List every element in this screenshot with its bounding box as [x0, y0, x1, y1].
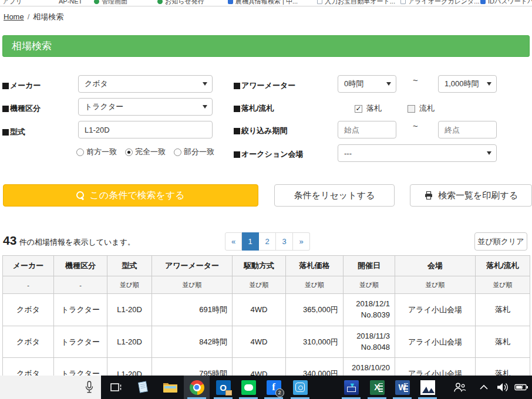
col-header-result: 落札/流札 — [476, 256, 530, 276]
results-count-suffix: 件の相場情報を表示しています。 — [19, 238, 135, 246]
col-header-maker: メーカー — [3, 256, 54, 276]
radio-partial-match[interactable]: 部分一致 — [174, 147, 214, 157]
photos-icon[interactable] — [415, 376, 440, 399]
chevron-down-icon — [487, 151, 491, 155]
radio-exact-match[interactable]: 完全一致 — [125, 147, 166, 157]
table-row: クボタ トラクター L1-20D 691時間 4WD 365,000円 2018… — [3, 294, 530, 326]
notepad-icon[interactable] — [130, 376, 156, 399]
bookmark-item[interactable]: 入力お宝自動車オート... — [317, 0, 395, 6]
square-bullet-icon — [234, 151, 240, 158]
breadcrumb-separator: / — [28, 12, 30, 21]
machine-type-label: 機種区分 — [2, 103, 41, 114]
pagination-page-1[interactable]: 1 — [242, 232, 259, 251]
results-summary: 43 件の相場情報を表示しています。 — [3, 234, 135, 248]
pagination-page-3[interactable]: 3 — [276, 232, 293, 251]
cell-hours: 691時間 — [152, 294, 233, 326]
line-icon[interactable] — [235, 376, 261, 399]
results-table: メーカー 機種区分 型式 アワーメーター 駆動方式 落札価格 開催日 会場 落札… — [2, 255, 530, 390]
file-explorer-icon[interactable] — [157, 376, 183, 399]
chrome-icon[interactable] — [184, 376, 210, 399]
word-icon[interactable]: W — [389, 376, 415, 399]
breadcrumb-home-link[interactable]: Home — [4, 12, 24, 21]
sort-link-hour-meter[interactable]: 並び順 — [182, 281, 201, 288]
period-end-input[interactable] — [438, 121, 497, 138]
radio-icon — [174, 148, 181, 156]
bookmark-item[interactable]: アプリ — [2, 0, 22, 6]
breadcrumb-current: 相場検索 — [33, 12, 63, 21]
bookmark-favicon — [400, 0, 406, 4]
cell-site: アライ小山会場 — [395, 294, 476, 326]
reset-button[interactable]: 条件をリセットする — [274, 184, 395, 207]
cell-result: 落札 — [476, 326, 530, 358]
sort-link-result[interactable]: 並び順 — [493, 281, 512, 288]
bookmark-item[interactable]: AP-NET — [59, 0, 82, 6]
match-type-radio-group: 前方一致 完全一致 部分一致 — [76, 147, 214, 157]
bid-result-checkbox-group: ✓落札 流札 — [355, 103, 435, 114]
document-lines-icon — [404, 383, 408, 392]
chevron-down-icon — [386, 82, 391, 86]
sort-clear-button[interactable]: 並び順クリア — [474, 232, 527, 251]
auction-site-select[interactable]: --- — [338, 144, 497, 162]
pagination: « 1 2 3 » — [225, 232, 310, 251]
bookmark-favicon — [480, 0, 486, 4]
search-button[interactable]: この条件で検索をする — [3, 184, 258, 207]
bookmark-item[interactable]: 農機具情報検索 | 中... — [228, 0, 298, 6]
square-bullet-icon — [234, 106, 240, 112]
battery-icon[interactable] — [509, 376, 532, 399]
pagination-next[interactable]: » — [293, 232, 310, 251]
hour-meter-to-select[interactable]: 1,000時間 — [438, 75, 497, 93]
bookmark-item[interactable]: 管理画面 — [94, 0, 127, 6]
print-button[interactable]: 検索一覧を印刷する — [410, 184, 532, 207]
download-app-icon[interactable]: ▼ — [338, 376, 364, 399]
col-header-price: 落札価格 — [286, 256, 344, 276]
col-header-hour-meter: アワーメーター — [152, 256, 233, 276]
sort-link-model[interactable]: 並び順 — [120, 281, 139, 288]
square-bullet-icon — [234, 83, 240, 89]
pagination-page-2[interactable]: 2 — [259, 232, 276, 251]
sort-cell-dash: - — [54, 276, 107, 294]
cell-drive: 4WD — [233, 294, 286, 326]
cell-model: L1-20D — [107, 294, 152, 326]
chevron-down-icon — [203, 105, 207, 109]
bookmark-item[interactable]: お知らせ発行 — [157, 0, 204, 6]
tilde-separator: ~ — [413, 75, 418, 85]
hour-meter-from-select[interactable]: 0時間 — [338, 75, 396, 93]
taskbar-search-box[interactable] — [0, 376, 101, 399]
period-start-input[interactable] — [338, 121, 396, 138]
task-view-icon[interactable] — [103, 376, 129, 399]
pagination-prev[interactable]: « — [225, 232, 242, 251]
people-icon[interactable] — [447, 376, 473, 399]
laptop-icon — [347, 387, 356, 392]
sort-link-date[interactable]: 並び順 — [359, 281, 379, 288]
table-header-row: メーカー 機種区分 型式 アワーメーター 駆動方式 落札価格 開催日 会場 落札… — [3, 256, 530, 276]
radio-checked-icon — [125, 148, 133, 156]
maker-select[interactable]: クボタ — [78, 75, 213, 93]
col-header-date: 開催日 — [344, 256, 395, 276]
windows-taskbar: O f2 ▼ X W — [0, 376, 532, 399]
instagram-icon[interactable] — [287, 376, 313, 399]
checkbox-rakusatsu[interactable]: ✓落札 — [355, 103, 382, 114]
table-sort-row: - - 並び順 並び順 並び順 並び順 並び順 並び順 並び順 — [3, 276, 530, 294]
sort-link-site[interactable]: 並び順 — [425, 281, 445, 288]
sort-link-price[interactable]: 並び順 — [305, 281, 324, 288]
facebook-icon[interactable]: f2 — [261, 376, 287, 399]
chevron-down-icon — [203, 82, 207, 86]
model-input[interactable] — [78, 121, 213, 138]
browser-bookmarks-bar: アプリ AP-NET 管理画面 お知らせ発行 農機具情報検索 | 中... 入力… — [0, 0, 532, 6]
cell-model: L1-20D — [107, 326, 152, 358]
outlook-icon[interactable]: O — [210, 376, 236, 399]
bookmark-item[interactable]: アライオークカレンダ... — [400, 0, 480, 6]
bookmark-item[interactable]: IDパスワードバインダ... — [480, 0, 532, 6]
machine-type-select[interactable]: トラクター — [78, 98, 213, 116]
checkbox-ryusatsu[interactable]: 流札 — [408, 103, 435, 114]
radio-prefix-match[interactable]: 前方一致 — [76, 147, 117, 157]
cell-drive: 4WD — [233, 326, 286, 358]
table-row: クボタ トラクター L1-20D 842時間 4WD 310,000円 2018… — [3, 326, 530, 358]
bookmark-favicon — [317, 0, 322, 4]
excel-icon[interactable]: X — [364, 376, 390, 399]
checkbox-checked-icon: ✓ — [355, 105, 362, 113]
sort-link-drive[interactable]: 並び順 — [249, 281, 268, 288]
checkbox-icon — [408, 105, 415, 113]
col-header-drive: 駆動方式 — [233, 256, 286, 276]
breadcrumb: Home/相場検索 — [4, 12, 63, 22]
